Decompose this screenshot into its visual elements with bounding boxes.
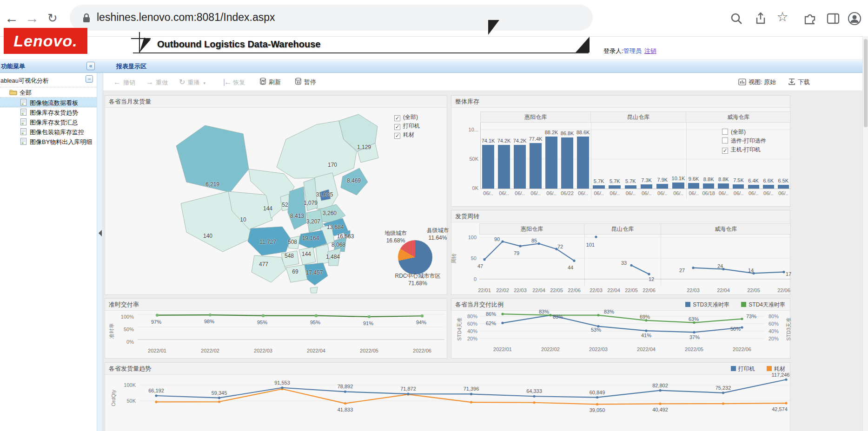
province-shape[interactable] — [286, 265, 307, 282]
bookmark-star-icon[interactable]: ☆ — [775, 9, 790, 25]
x-axis-label: 06/.. — [591, 190, 607, 196]
inventory-bar[interactable] — [514, 145, 526, 189]
sidebar-bar-title: 功能菜单 — [1, 62, 25, 71]
inventory-bar[interactable] — [641, 184, 653, 189]
checkbox-box[interactable]: ✓ — [722, 148, 728, 154]
inventory-bar[interactable] — [498, 145, 510, 189]
header-corner-mark-icon — [130, 31, 154, 53]
share-icon[interactable] — [753, 11, 768, 26]
profile-avatar-icon[interactable] — [847, 11, 862, 26]
inventory-bar[interactable] — [609, 185, 621, 189]
province-shape[interactable] — [305, 263, 328, 285]
replay-button[interactable]: ↻重播▾ — [179, 73, 205, 91]
inventory-bar[interactable] — [545, 137, 557, 189]
page-scrollbar[interactable] — [862, 36, 868, 431]
revert-button[interactable]: |←恢复 — [223, 73, 245, 91]
inventory-bar[interactable] — [656, 184, 669, 189]
inventory-bar[interactable] — [593, 185, 605, 189]
view-mode-button[interactable]: 视图: 原始 — [738, 73, 776, 91]
warehouse-header-weihai: 威海仓库 — [661, 223, 791, 235]
inventory-filter-checkbox[interactable]: ✓主机-打印机 — [722, 146, 761, 154]
inventory-bar[interactable] — [733, 184, 744, 189]
trend-line-chart[interactable]: 66,19259,34591,55378,89271,87271,39664,3… — [140, 376, 791, 431]
splitter-collapse-icon[interactable] — [99, 230, 102, 236]
side-panel-icon[interactable] — [826, 11, 841, 26]
sidebar-item-5[interactable]: 图像BY物料出入库明细 — [0, 137, 97, 146]
province-shape[interactable] — [288, 187, 306, 229]
city-type-pie-chart[interactable] — [398, 240, 432, 274]
x-axis-label: 06/.. — [775, 190, 791, 196]
checkbox-box[interactable] — [722, 129, 728, 135]
turnover-line-chart[interactable]: 479079857244101331227241417 — [479, 235, 791, 288]
y-axis-title: 周转 — [451, 254, 457, 264]
sidebar-item-2[interactable]: 图像库存发货趋势 — [0, 107, 97, 117]
x-axis-label: 22/06 — [566, 287, 583, 293]
logout-link[interactable]: 注销 — [644, 47, 656, 54]
inventory-bar[interactable] — [688, 183, 699, 189]
sidebar-item-1[interactable]: 图像物流数据看板 — [0, 98, 97, 107]
checkbox-box[interactable] — [722, 137, 728, 144]
checkbox-box[interactable]: ✓ — [394, 124, 400, 130]
svg-text:27: 27 — [679, 268, 685, 273]
legend-label-std3[interactable]: STD3天准时率 — [693, 301, 729, 308]
legend-label-std4[interactable]: STD4天准时率 — [749, 301, 785, 308]
checkbox-box[interactable]: ✓ — [394, 133, 400, 139]
forward-icon[interactable]: → — [24, 10, 40, 26]
sidebar-item-4[interactable]: 图像包装箱库存监控 — [0, 127, 97, 137]
legend-label-printer[interactable]: 打印机 — [738, 366, 755, 372]
inventory-bar[interactable] — [482, 145, 494, 189]
legend-label-consumable[interactable]: 耗材 — [774, 366, 785, 372]
svg-text:59,345: 59,345 — [212, 390, 227, 396]
tree-root-all[interactable]: 全部 — [0, 87, 97, 98]
inventory-filter-checkbox[interactable]: (全部) — [722, 128, 746, 136]
panel-title: 发货周转 — [451, 210, 790, 222]
search-icon[interactable] — [729, 11, 744, 26]
province-shape[interactable] — [252, 255, 286, 282]
province-shape[interactable] — [176, 125, 249, 192]
inventory-bar[interactable] — [561, 137, 573, 189]
sidebar-splitter[interactable] — [97, 73, 103, 431]
map-filter-checkbox[interactable]: ✓(全部) — [394, 113, 418, 121]
back-icon[interactable]: ← — [4, 10, 20, 26]
inventory-filter-checkbox[interactable]: 选件-打印选件 — [722, 137, 766, 145]
svg-text:98%: 98% — [204, 319, 214, 324]
inventory-bar[interactable] — [703, 183, 714, 189]
province-shape[interactable] — [341, 168, 368, 195]
x-axis-label: 22/06 — [775, 287, 792, 293]
url-text: leshines.lenovo.com:8081/Index.aspx — [97, 11, 275, 24]
map-filter-checkbox[interactable]: ✓耗材 — [394, 131, 414, 139]
inventory-bar[interactable] — [672, 183, 684, 189]
delivery-ratio-line-chart[interactable]: 86%83%83%69%63%73%62%83%53%41%37%50% — [479, 313, 765, 343]
province-shape[interactable] — [299, 247, 316, 265]
revert-icon: |← — [223, 78, 231, 86]
redo-button[interactable]: →重做 — [146, 73, 168, 91]
province-shape[interactable] — [328, 248, 341, 266]
checkbox-box[interactable]: ✓ — [394, 115, 400, 121]
inventory-bar[interactable] — [718, 183, 729, 189]
download-button[interactable]: 下载 — [788, 73, 810, 91]
refresh-button[interactable]: 刷新 — [259, 73, 281, 91]
refresh-data-icon — [259, 78, 266, 85]
ontime-line-chart[interactable]: 97%98%95%95%91%94% — [138, 313, 444, 345]
x-axis-label: 2022/06 — [730, 346, 754, 352]
inventory-bar[interactable] — [530, 143, 542, 189]
inventory-bar[interactable] — [763, 185, 774, 189]
inventory-bar[interactable] — [625, 185, 637, 189]
undo-button[interactable]: ←撤销 — [113, 73, 135, 91]
section-collapse-button[interactable]: − — [86, 75, 93, 83]
inventory-bar[interactable] — [748, 185, 759, 189]
inventory-bar[interactable] — [577, 137, 589, 189]
province-shape[interactable] — [248, 227, 291, 255]
china-map[interactable] — [172, 112, 379, 294]
extensions-puzzle-icon[interactable] — [802, 11, 817, 26]
login-user-link[interactable]: 管理员 — [623, 47, 642, 54]
scrollbar-thumb[interactable] — [864, 39, 868, 127]
inventory-bar[interactable] — [778, 185, 789, 189]
sidebar-collapse-button[interactable]: « — [86, 62, 95, 70]
pause-button[interactable]: 暂停 — [295, 73, 316, 91]
replay-dropdown-icon[interactable]: ▾ — [203, 81, 205, 85]
map-filter-checkbox[interactable]: ✓打印机 — [394, 122, 420, 130]
reload-icon[interactable]: ↻ — [45, 10, 60, 26]
province-shape[interactable] — [310, 287, 318, 293]
sidebar-item-3[interactable]: 图像库存发货汇总 — [0, 117, 97, 127]
